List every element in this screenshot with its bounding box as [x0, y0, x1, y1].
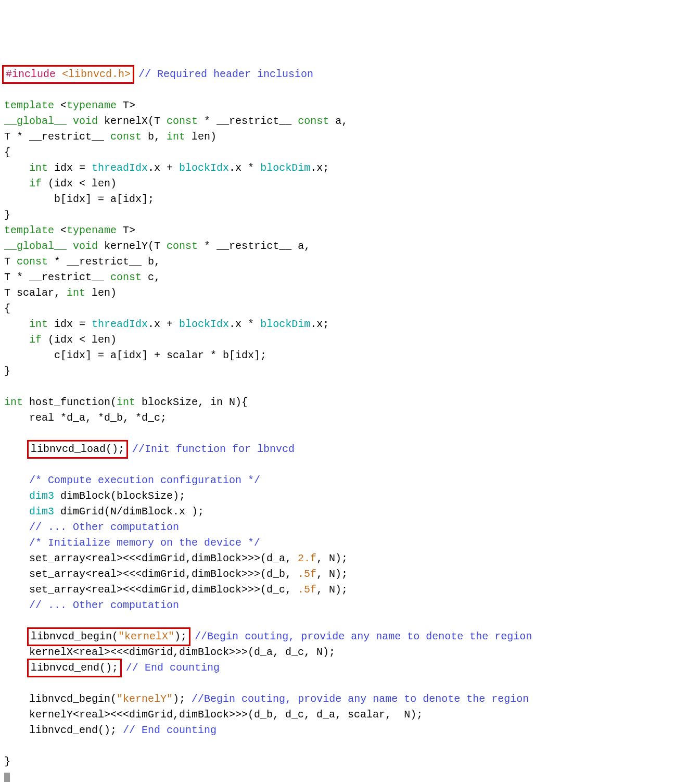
- code-text: a,: [329, 115, 348, 127]
- brace-close: }: [4, 755, 10, 767]
- code-text: <: [54, 99, 67, 111]
- highlight-include: #include <libnvcd.h>: [2, 65, 134, 84]
- brace-close: }: [4, 209, 10, 221]
- code-text: T * __restrict__: [4, 271, 110, 283]
- comment: // ... Other computation: [29, 521, 179, 533]
- code-text: [67, 115, 73, 127]
- kw-if: if: [29, 334, 42, 346]
- code-text: );: [173, 693, 192, 705]
- code-text: (idx < len): [42, 178, 117, 190]
- indent: [4, 162, 29, 174]
- comment: /* Initialize memory on the device */: [29, 537, 260, 549]
- code-text: set_array<real><<<dimGrid,dimBlock>>>(d_…: [4, 552, 298, 564]
- kw-const: const: [167, 240, 198, 252]
- indent: [4, 599, 29, 611]
- code-text: len): [185, 131, 217, 143]
- comment: //Init function for lbnvcd: [132, 443, 295, 455]
- code-text: <: [54, 224, 67, 236]
- code-text: , N);: [316, 584, 348, 596]
- comment: // End counting: [123, 724, 217, 736]
- indent: [4, 490, 29, 502]
- space: [188, 630, 195, 642]
- brace-close: }: [4, 365, 10, 377]
- code-text: .x +: [148, 318, 179, 330]
- kw-const: const: [298, 115, 329, 127]
- kw-int: int: [67, 287, 85, 299]
- dim3-type: dim3: [29, 506, 54, 518]
- dim3-type: dim3: [29, 490, 54, 502]
- kw-int: int: [117, 396, 135, 408]
- indent: [4, 318, 29, 330]
- brace-open: {: [4, 146, 10, 158]
- kw-const: const: [167, 115, 198, 127]
- code-text: .x;: [310, 318, 329, 330]
- indent: [4, 506, 29, 518]
- comment: // End counting: [126, 662, 220, 674]
- code-text: .x *: [229, 318, 260, 330]
- kw-int: int: [29, 318, 48, 330]
- comment: //Begin couting, provide any name to den…: [195, 630, 532, 642]
- kw-int: int: [167, 131, 185, 143]
- kw-template: template: [4, 99, 54, 111]
- code-text: T: [4, 256, 17, 268]
- code-text: );: [174, 630, 187, 642]
- indent: [4, 537, 29, 549]
- code-text: , N);: [316, 552, 348, 564]
- string-literal: "kernelX": [118, 630, 174, 642]
- highlight-libnvcd-begin: libnvcd_begin("kernelX");: [27, 627, 190, 646]
- code-text: kernelX(T: [98, 115, 167, 127]
- kw-const: const: [17, 256, 48, 268]
- code-text: real *d_a, *d_b, *d_c;: [4, 412, 167, 424]
- code-text: b,: [142, 131, 167, 143]
- number-literal: .5f: [298, 584, 316, 596]
- code-text: dimGrid(N/dimBlock.x );: [54, 506, 204, 518]
- space: [120, 662, 126, 674]
- kw-template: template: [4, 224, 54, 236]
- code-text: dimBlock(blockSize);: [54, 490, 185, 502]
- kw-int: int: [29, 162, 48, 174]
- code-text: blockSize, in N){: [135, 396, 248, 408]
- libnvcd-load-call: libnvcd_load();: [31, 443, 124, 455]
- code-text: * __restrict__ a,: [198, 240, 310, 252]
- kw-const: const: [110, 131, 142, 143]
- highlight-libnvcd-load: libnvcd_load();: [27, 440, 128, 459]
- kw-typename: typename: [67, 224, 117, 236]
- code-text: T>: [117, 99, 135, 111]
- indent: [4, 334, 29, 346]
- code-text: set_array<real><<<dimGrid,dimBlock>>>(d_…: [4, 584, 298, 596]
- kw-void: void: [73, 240, 98, 252]
- kw-if: if: [29, 178, 42, 190]
- blockdim: blockDim: [260, 318, 310, 330]
- code-text: c,: [142, 271, 160, 283]
- code-text: T>: [117, 224, 135, 236]
- comment: // ... Other computation: [29, 599, 179, 611]
- code-text: libnvcd_end();: [4, 724, 123, 736]
- code-text: idx =: [48, 162, 92, 174]
- blockdim: blockDim: [260, 162, 310, 174]
- code-text: kernelY<real><<<dimGrid,dimBlock>>>(d_b,…: [4, 709, 423, 721]
- kw-global: __global__: [4, 115, 67, 127]
- highlight-libnvcd-end: libnvcd_end();: [27, 659, 122, 677]
- blockidx: blockIdx: [179, 162, 229, 174]
- code-text: [67, 240, 73, 252]
- include-target: <libnvcd.h>: [56, 68, 131, 80]
- code-text: T * __restrict__: [4, 131, 110, 143]
- code-text: kernelY(T: [98, 240, 167, 252]
- indent: [4, 630, 29, 642]
- indent: [4, 178, 29, 190]
- comment: //Begin couting, provide any name to den…: [192, 693, 529, 705]
- code-text: .x;: [310, 162, 329, 174]
- comment: /* Compute execution configuration */: [29, 474, 260, 486]
- blockidx: blockIdx: [179, 318, 229, 330]
- indent: [4, 521, 29, 533]
- code-text: , N);: [316, 568, 348, 580]
- indent: [4, 443, 29, 455]
- number-literal: .5f: [298, 568, 316, 580]
- space: [126, 443, 132, 455]
- libnvcd-begin-call: libnvcd_begin(: [31, 630, 118, 642]
- code-text: b[idx] = a[idx];: [4, 193, 154, 205]
- code-text: len): [85, 287, 117, 299]
- code-text: .x *: [229, 162, 260, 174]
- code-block: #include <libnvcd.h> // Required header …: [4, 67, 696, 782]
- preproc-include: #include: [6, 68, 56, 80]
